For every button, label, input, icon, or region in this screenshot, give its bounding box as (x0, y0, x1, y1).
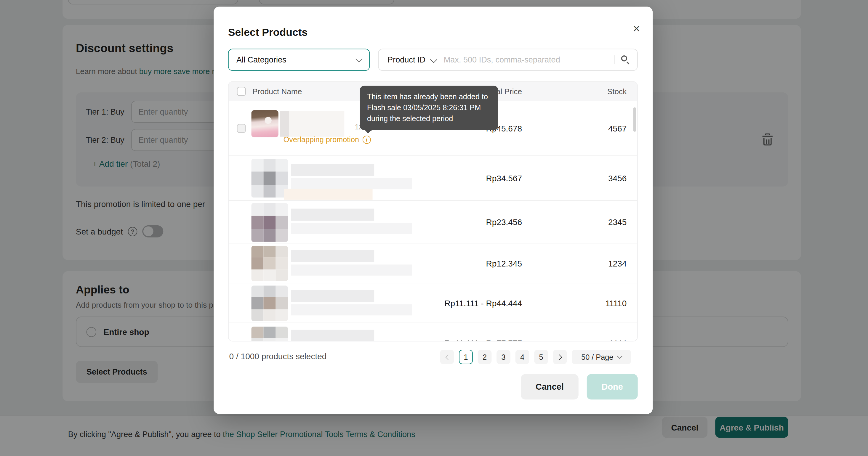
table-scrollbar[interactable] (633, 107, 636, 132)
blurred-product-image (251, 203, 288, 242)
blurred-product-name (291, 290, 412, 318)
stock-cell: 11110 (606, 298, 627, 308)
table-row[interactable]: Rp11.111 - Rp77.777 4444 (229, 323, 637, 341)
modal-title: Select Products (228, 27, 308, 39)
page-button-5[interactable]: 5 (534, 350, 548, 364)
select-products-modal: Select Products ✕ All Categories Product… (214, 6, 653, 414)
tooltip-arrow (364, 129, 372, 133)
screen: Discount settings Learn more about buy m… (0, 0, 868, 456)
blurred-product-name (291, 209, 412, 240)
chevron-right-icon (556, 354, 562, 360)
flash-sale-tooltip: This item has already been added to Flas… (360, 86, 498, 130)
chevron-down-icon (617, 353, 622, 359)
price-cell: Rp11.111 - Rp77.777 (444, 338, 522, 341)
chevron-left-icon (445, 354, 450, 360)
tooltip-text: This item has already been added to Flas… (367, 92, 488, 123)
col-product-name: Product Name (252, 87, 302, 96)
page-button-4[interactable]: 4 (516, 350, 529, 364)
modal-done-button[interactable]: Done (587, 374, 638, 399)
blurred-product-name (280, 111, 289, 137)
stock-cell: 2345 (608, 217, 626, 227)
search-group: Product ID (378, 48, 638, 71)
blurred-product-image (251, 327, 288, 341)
stock-cell: 1234 (608, 259, 626, 268)
search-icon[interactable] (621, 55, 631, 65)
page-button-3[interactable]: 3 (497, 350, 510, 364)
stock-cell: 4444 (608, 338, 626, 341)
price-cell: Rp23.456 (486, 217, 522, 227)
chevron-down-icon (355, 55, 363, 62)
blurred-product-image (251, 246, 288, 281)
warning-label: Overlapping promotion (283, 136, 359, 144)
stock-cell: 4567 (608, 124, 626, 133)
price-cell: Rp11.111 - Rp44.444 (444, 298, 522, 308)
product-image (251, 110, 278, 137)
overlapping-promotion-warning: Overlapping promotion i (283, 136, 371, 144)
category-filter-select[interactable]: All Categories (228, 48, 370, 71)
pagination: 1 2 3 4 5 50 / Page (440, 350, 631, 364)
blurred-product-tag (284, 189, 373, 200)
stock-cell: 3456 (608, 173, 626, 183)
close-icon[interactable]: ✕ (632, 24, 641, 34)
chevron-down-icon (430, 56, 437, 63)
page-size-value: 50 / Page (581, 353, 613, 361)
page-size-select[interactable]: 50 / Page (572, 350, 631, 364)
prev-page-button[interactable] (440, 350, 454, 364)
select-all-checkbox[interactable] (237, 87, 246, 96)
selection-summary: 0 / 1000 products selected (229, 352, 327, 361)
table-row[interactable]: Rp23.456 2345 (229, 201, 637, 243)
price-cell: Rp12.345 (486, 259, 522, 268)
col-stock: Stock (607, 87, 626, 96)
row-checkbox[interactable] (237, 124, 246, 133)
page-button-1[interactable]: 1 (459, 350, 473, 364)
product-id-search-input[interactable] (444, 55, 614, 64)
price-cell: Rp34.567 (486, 173, 522, 183)
blurred-product-name (289, 111, 344, 137)
modal-cancel-button[interactable]: Cancel (521, 374, 578, 399)
blurred-product-name (291, 330, 412, 341)
table-row[interactable]: Rp11.111 - Rp44.444 11110 (229, 283, 637, 323)
table-row[interactable]: Rp34.567 3456 (229, 156, 637, 201)
search-type-select[interactable]: Product ID (388, 55, 426, 64)
info-icon[interactable]: i (362, 136, 371, 144)
next-page-button[interactable] (553, 350, 567, 364)
table-row[interactable]: Rp12.345 1234 (229, 243, 637, 283)
input-divider (614, 55, 615, 64)
blurred-product-image (251, 286, 288, 321)
category-filter-value: All Categories (237, 55, 286, 64)
blurred-product-image (251, 159, 288, 197)
page-button-2[interactable]: 2 (478, 350, 492, 364)
blurred-product-name (291, 250, 412, 278)
stage: Discount settings Learn more about buy m… (0, 0, 868, 456)
